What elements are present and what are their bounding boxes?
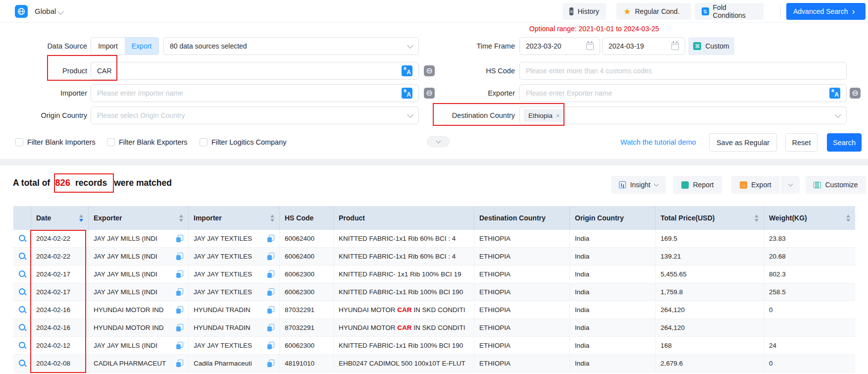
checkbox-icon[interactable] [200, 138, 207, 146]
cell-total-price: 1,759.8 [656, 283, 764, 301]
column-header-total-price-usd[interactable]: Total Price(USD) [656, 206, 764, 230]
cell-exporter: JAY JAY MILLS (INDI [89, 230, 189, 247]
end-date-input[interactable]: 2024-03-19 [602, 37, 685, 55]
cell-product: KNITTED FABRIC- 1x1 Rib 100% BCI 19 [334, 266, 474, 283]
cell-weight [764, 319, 855, 336]
row-search-icon[interactable] [18, 234, 26, 243]
close-icon[interactable]: × [556, 112, 560, 119]
cell-importer: JAY JAY TEXTILES [189, 337, 280, 354]
cell-product: KNITTED FABRIC-1x1 Rib 60% BCI : 4 [334, 248, 474, 265]
product-text: IN SKD CONDITI [412, 324, 465, 331]
row-search-icon[interactable] [18, 306, 26, 314]
copy-icon[interactable] [267, 342, 274, 349]
cell-destination-country: ETHIOPIA [474, 248, 570, 265]
origin-country-select[interactable]: Please select Origin Country [91, 107, 419, 124]
export-dropdown-button[interactable] [781, 176, 800, 194]
regular-cond-button[interactable]: ★ Regular Cond. [616, 3, 691, 20]
copy-icon[interactable] [176, 235, 183, 242]
copy-icon[interactable] [176, 288, 183, 296]
translate-icon[interactable] [402, 88, 412, 99]
product-input[interactable]: CAR [91, 62, 419, 80]
cell-detail [13, 248, 31, 265]
copy-icon[interactable] [176, 360, 183, 367]
import-tab[interactable]: Import [91, 38, 125, 54]
copy-icon[interactable] [176, 306, 183, 314]
custom-range-button[interactable]: ⌘ Custom [688, 37, 734, 55]
cell-product: HYUNDAI MOTOR CAR IN SKD CONDITI [334, 301, 474, 319]
hs-code-input[interactable]: Please enter more than 4 customs codes [519, 62, 847, 80]
history-button-label: History [577, 7, 599, 15]
cell-date: 2024-02-12 [31, 337, 89, 354]
history-button[interactable]: ≡ History [562, 3, 606, 20]
row-search-icon[interactable] [18, 252, 26, 261]
cell-exporter: JAY JAY MILLS (INDI [89, 283, 189, 301]
translate-icon[interactable] [402, 65, 412, 76]
column-header-weight-kg[interactable]: Weight(KG) [764, 206, 855, 230]
collapse-conditions-toggle[interactable] [427, 136, 450, 147]
exclude-search-icon[interactable]: ⊖ [424, 88, 435, 99]
exporter-input[interactable]: Please enter Exporter name [519, 84, 847, 102]
cell-weight: 23.83 [764, 230, 855, 247]
sort-arrows-icon[interactable] [267, 214, 274, 222]
copy-icon[interactable] [267, 324, 274, 331]
cell-importer: JAY JAY TEXTILES [189, 266, 280, 283]
row-search-icon[interactable] [18, 341, 26, 350]
copy-icon[interactable] [267, 360, 274, 367]
copy-icon[interactable] [267, 288, 274, 296]
copy-icon[interactable] [267, 253, 274, 260]
column-header-importer[interactable]: Importer [189, 206, 280, 230]
export-button[interactable]: → Export [731, 176, 780, 194]
checkbox-icon[interactable] [107, 138, 115, 146]
exclude-search-icon[interactable]: ⊖ [424, 65, 435, 76]
globe-logo-icon[interactable] [15, 5, 28, 18]
copy-icon[interactable] [267, 306, 274, 314]
sort-arrows-icon[interactable] [176, 214, 183, 222]
cell-importer: HYUNDAI TRADIN [189, 319, 280, 336]
column-header-exporter[interactable]: Exporter [89, 206, 189, 230]
column-header-label: Destination Country [479, 214, 546, 222]
copy-icon[interactable] [176, 253, 183, 260]
filter-blank-exporters-checkbox[interactable]: Filter Blank Exporters [107, 134, 188, 150]
save-as-regular-button[interactable]: Save as Regular [709, 133, 777, 152]
row-search-icon[interactable] [18, 323, 26, 332]
copy-icon[interactable] [176, 270, 183, 278]
table-row: 2024-02-16HYUNDAI MOTOR INDHYUNDAI TRADI… [13, 319, 855, 337]
fold-conditions-button[interactable]: ⇅ Fold Conditions [695, 3, 764, 20]
translate-icon[interactable] [829, 88, 840, 99]
cell-destination-country: ETHIOPIA [474, 337, 570, 354]
copy-icon[interactable] [267, 235, 274, 242]
filter-logitics-company-checkbox[interactable]: Filter Logitics Company [200, 134, 287, 150]
row-search-icon[interactable] [18, 288, 26, 296]
product-text: KNITTED FABRIC-1x1 Rib 100% BCI 190 [339, 342, 463, 349]
region-selector-label[interactable]: Global [35, 0, 56, 23]
sort-arrows-icon[interactable] [843, 214, 850, 222]
copy-icon[interactable] [267, 270, 274, 278]
search-button[interactable]: Search [827, 133, 862, 152]
sort-arrows-icon[interactable] [752, 214, 759, 222]
start-date-input[interactable]: 2023-03-20 [519, 37, 600, 55]
column-header-date[interactable]: Date [31, 206, 89, 230]
advanced-search-button[interactable]: Advanced Search › [786, 3, 866, 20]
report-button[interactable]: Report [673, 176, 722, 194]
data-source-select[interactable]: 80 data sources selected [163, 37, 419, 55]
product-text: KNITTED FABRIC- 1x1 Rib 100% BCI 19 [339, 270, 461, 278]
sort-arrows-icon[interactable] [76, 214, 83, 222]
customize-button[interactable]: Customize [806, 176, 866, 194]
insight-button[interactable]: Insight [611, 176, 666, 194]
export-icon: → [740, 181, 747, 189]
copy-icon[interactable] [176, 324, 183, 331]
importer-input[interactable]: Please enter Importer name [91, 84, 419, 102]
copy-icon[interactable] [176, 342, 183, 349]
exporter-name: JAY JAY MILLS (INDI [94, 270, 157, 278]
filter-blank-importers-checkbox[interactable]: Filter Blank Importers [15, 134, 96, 150]
row-search-icon[interactable] [18, 359, 26, 368]
reset-button[interactable]: Reset [785, 133, 817, 152]
chevron-down-icon[interactable] [57, 8, 64, 15]
exclude-search-icon[interactable]: ⊖ [850, 88, 861, 99]
row-search-icon[interactable] [18, 270, 26, 278]
destination-country-select[interactable]: Ethiopia × [519, 107, 847, 124]
cell-exporter: HYUNDAI MOTOR IND [89, 301, 189, 319]
export-tab[interactable]: Export [125, 38, 158, 54]
checkbox-icon[interactable] [15, 138, 23, 146]
tutorial-demo-link[interactable]: Watch the tutorial demo [620, 134, 696, 150]
